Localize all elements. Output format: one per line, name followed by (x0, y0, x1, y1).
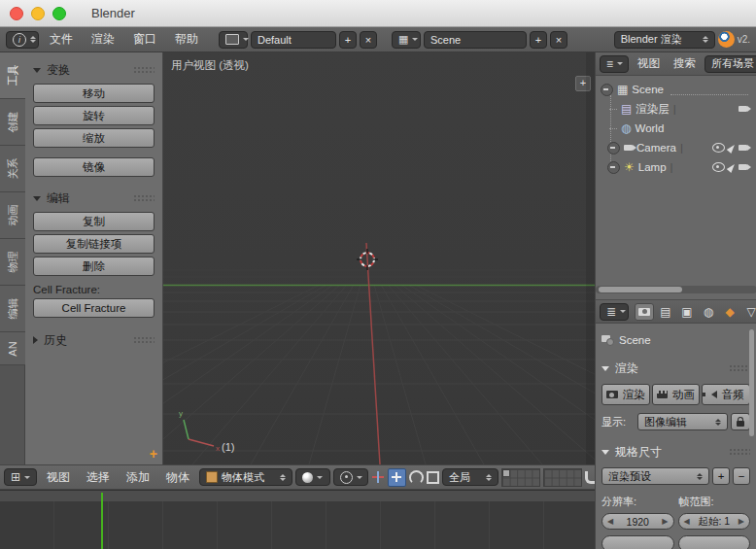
close-window-button[interactable] (10, 7, 23, 20)
frame-start-field[interactable]: ◀ 起始: 1 ▶ (678, 513, 751, 530)
manipulator-axis-icon[interactable] (371, 470, 385, 484)
selectability-cursor-icon[interactable] (727, 143, 737, 154)
menu-view[interactable]: 视图 (40, 469, 77, 486)
scene-name-field[interactable]: Scene (424, 31, 527, 49)
collapse-icon[interactable] (607, 142, 620, 154)
add-panel-icon[interactable]: + (150, 446, 157, 462)
menu-search[interactable]: 搜索 (669, 56, 701, 71)
renderability-camera-icon[interactable] (739, 145, 747, 151)
tab-create[interactable]: 创建 (0, 99, 25, 146)
render-still-button[interactable]: 渲染 (601, 384, 650, 405)
tab-edit[interactable]: 编辑 (0, 286, 25, 332)
decrement-icon[interactable]: ◀ (607, 517, 613, 526)
editor-type-selector[interactable] (6, 31, 39, 49)
selectability-cursor-icon[interactable] (727, 162, 737, 173)
outliner-row-world[interactable]: ◍ World (596, 119, 756, 138)
horizontal-scrollbar[interactable] (596, 286, 756, 293)
outliner-row-scene[interactable]: ▦ Scene (596, 80, 756, 99)
timeline-track-area[interactable] (0, 501, 595, 549)
menu-render[interactable]: 渲染 (84, 31, 122, 48)
translate-manipulator-toggle[interactable] (388, 468, 406, 487)
remove-preset-button[interactable]: − (733, 467, 750, 485)
outliner-filter-selector[interactable]: 所有场景 (704, 55, 756, 73)
tab-world[interactable]: ◍ (699, 303, 718, 321)
panel-header-dimensions[interactable]: 规格尺寸 (601, 442, 750, 462)
rotate-manipulator-toggle[interactable] (409, 470, 424, 485)
viewport-shading-selector[interactable] (295, 468, 330, 486)
rotate-button[interactable]: 旋转 (33, 106, 155, 125)
delete-button[interactable]: 删除 (33, 257, 155, 276)
decrement-icon[interactable]: ◀ (684, 517, 690, 526)
viewport-scroll-region[interactable] (586, 52, 595, 464)
tab-animation[interactable]: 动画 (0, 192, 25, 239)
menu-help[interactable]: 帮助 (167, 31, 206, 48)
cell-fracture-button[interactable]: Cell Fracture (33, 298, 155, 318)
scene-browse[interactable] (392, 31, 421, 49)
outliner-row-renderlayer[interactable]: ▤ 渲染层 | (596, 99, 756, 119)
visibility-eye-icon[interactable] (712, 162, 725, 172)
timeline[interactable] (0, 490, 595, 549)
tab-object-data[interactable]: ▽ (741, 303, 756, 321)
translate-button[interactable]: 移动 (33, 84, 155, 103)
pivot-selector[interactable] (333, 468, 368, 486)
tab-object[interactable]: ◆ (720, 303, 739, 321)
zoom-window-button[interactable] (52, 7, 66, 20)
outliner-row-lamp[interactable]: ☀ Lamp | (596, 157, 756, 177)
timeline-playhead[interactable] (101, 493, 103, 549)
display-mode-selector[interactable]: 图像编辑 (637, 413, 728, 430)
editor-type-selector[interactable] (4, 468, 37, 486)
collapse-icon[interactable] (601, 84, 613, 96)
mode-selector[interactable]: 物体模式 (199, 468, 292, 486)
scale-manipulator-toggle[interactable] (427, 471, 439, 484)
lock-interface-button[interactable] (731, 413, 750, 430)
editor-type-selector[interactable] (600, 303, 629, 321)
snap-magnet-toggle[interactable] (585, 471, 595, 484)
menu-object[interactable]: 物体 (159, 469, 196, 486)
menu-view[interactable]: 视图 (633, 56, 665, 71)
render-animation-button[interactable]: 动画 (652, 384, 701, 405)
mirror-button[interactable]: 镜像 (33, 157, 155, 177)
renderability-camera-icon[interactable] (739, 164, 747, 170)
collapse-icon[interactable] (607, 161, 620, 174)
add-preset-button[interactable]: + (712, 467, 730, 485)
tab-render-layers[interactable]: ▤ (656, 303, 675, 321)
outliner-row-camera[interactable]: Camera | (596, 138, 756, 157)
panel-header-render[interactable]: 渲染 (601, 359, 750, 378)
tab-scene[interactable]: ▣ (677, 303, 697, 321)
render-toggle-icon[interactable] (739, 106, 747, 112)
new-scene-button[interactable]: + (530, 31, 547, 49)
menu-select[interactable]: 选择 (80, 469, 117, 486)
menu-window[interactable]: 窗口 (125, 31, 164, 48)
render-engine-selector[interactable]: Blender 渲染 (614, 31, 715, 49)
screen-layout-browse[interactable] (219, 31, 248, 49)
visibility-eye-icon[interactable] (712, 143, 725, 153)
tab-tools[interactable]: 工具 (0, 52, 25, 99)
panel-header-history[interactable]: 历史 (33, 330, 155, 350)
scrollbar-thumb[interactable] (599, 287, 682, 292)
vertical-scrollbar[interactable] (749, 329, 754, 436)
viewport-3d[interactable]: x y 用户视图 (透视) + (1) (163, 52, 595, 464)
render-presets-selector[interactable]: 渲染预设 (601, 467, 709, 485)
resolution-x-field[interactable]: ◀ 1920 ▶ (601, 513, 674, 530)
tab-physics[interactable]: 物理 (0, 239, 25, 286)
orientation-selector[interactable]: 全局 (442, 468, 498, 486)
duplicate-button[interactable]: 复制 (33, 212, 155, 231)
duplicate-linked-button[interactable]: 复制链接项 (33, 234, 155, 254)
layers-grid-2[interactable] (543, 468, 582, 487)
tab-an[interactable]: AN (0, 332, 25, 365)
new-layout-button[interactable]: + (339, 31, 357, 49)
delete-scene-button[interactable]: × (550, 31, 567, 49)
tab-relations[interactable]: 关系 (0, 146, 25, 192)
menu-add[interactable]: 添加 (120, 469, 156, 486)
panel-header-transform[interactable]: 变换 (33, 60, 155, 80)
delete-layout-button[interactable]: × (360, 31, 377, 49)
menu-file[interactable]: 文件 (42, 31, 81, 48)
screen-layout-field[interactable]: Default (251, 31, 336, 49)
scale-button[interactable]: 缩放 (33, 128, 155, 148)
layers-grid-1[interactable] (501, 468, 540, 487)
tab-render[interactable] (635, 303, 654, 321)
minimize-window-button[interactable] (31, 7, 45, 20)
render-audio-button[interactable]: 音频 (702, 384, 750, 405)
panel-header-edit[interactable]: 编辑 (33, 189, 155, 208)
editor-type-selector[interactable] (600, 55, 629, 73)
